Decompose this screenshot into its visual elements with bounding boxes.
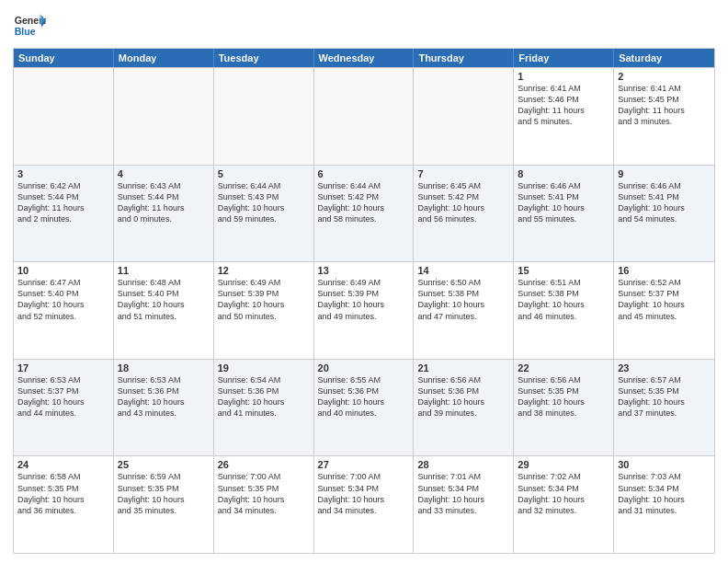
day-cell-1: 1Sunrise: 6:41 AM Sunset: 5:46 PM Daylig… [514,68,614,165]
day-details: Sunrise: 6:44 AM Sunset: 5:42 PM Dayligh… [318,180,410,225]
day-details: Sunrise: 6:57 AM Sunset: 5:35 PM Dayligh… [618,374,711,419]
day-number: 20 [318,362,410,373]
day-details: Sunrise: 6:42 AM Sunset: 5:44 PM Dayligh… [17,180,109,225]
day-cell-26: 26Sunrise: 7:00 AM Sunset: 5:35 PM Dayli… [214,456,314,553]
day-number: 14 [417,265,509,276]
calendar-row-1: 3Sunrise: 6:42 AM Sunset: 5:44 PM Daylig… [14,165,714,262]
day-number: 28 [417,459,509,470]
calendar-row-2: 10Sunrise: 6:47 AM Sunset: 5:40 PM Dayli… [14,261,714,359]
day-number: 17 [17,362,109,373]
day-cell-13: 13Sunrise: 6:49 AM Sunset: 5:39 PM Dayli… [314,262,415,359]
day-number: 5 [218,168,310,179]
day-number: 29 [518,459,609,470]
day-details: Sunrise: 6:53 AM Sunset: 5:36 PM Dayligh… [118,374,210,419]
day-cell-23: 23Sunrise: 6:57 AM Sunset: 5:35 PM Dayli… [614,360,714,456]
empty-cell [214,68,314,165]
empty-cell [114,68,214,165]
day-number: 3 [17,168,109,179]
day-number: 9 [618,168,711,179]
day-cell-25: 25Sunrise: 6:59 AM Sunset: 5:35 PM Dayli… [114,456,214,553]
empty-cell [414,68,514,165]
calendar-body: 1Sunrise: 6:41 AM Sunset: 5:46 PM Daylig… [14,67,714,553]
day-number: 10 [17,265,109,276]
day-details: Sunrise: 6:58 AM Sunset: 5:35 PM Dayligh… [17,471,109,516]
day-number: 26 [218,459,310,470]
day-details: Sunrise: 6:44 AM Sunset: 5:43 PM Dayligh… [218,180,310,225]
weekday-header-monday: Monday [114,49,214,67]
day-cell-7: 7Sunrise: 6:45 AM Sunset: 5:42 PM Daylig… [414,166,514,262]
page: General Blue SundayMondayTuesdayWednesda… [0,0,728,563]
day-details: Sunrise: 6:55 AM Sunset: 5:36 PM Dayligh… [318,374,410,419]
day-details: Sunrise: 6:59 AM Sunset: 5:35 PM Dayligh… [118,471,210,516]
day-details: Sunrise: 6:41 AM Sunset: 5:46 PM Dayligh… [518,83,609,128]
svg-text:Blue: Blue [15,26,36,37]
calendar-row-3: 17Sunrise: 6:53 AM Sunset: 5:37 PM Dayli… [14,359,714,456]
day-number: 25 [118,459,210,470]
day-details: Sunrise: 6:52 AM Sunset: 5:37 PM Dayligh… [618,277,711,322]
day-cell-14: 14Sunrise: 6:50 AM Sunset: 5:38 PM Dayli… [414,262,514,359]
empty-cell [14,68,114,165]
day-details: Sunrise: 6:46 AM Sunset: 5:41 PM Dayligh… [618,180,711,225]
day-details: Sunrise: 6:47 AM Sunset: 5:40 PM Dayligh… [17,277,109,322]
weekday-header-thursday: Thursday [414,49,514,67]
day-cell-24: 24Sunrise: 6:58 AM Sunset: 5:35 PM Dayli… [14,456,114,553]
weekday-header-tuesday: Tuesday [214,49,314,67]
day-details: Sunrise: 6:56 AM Sunset: 5:35 PM Dayligh… [518,374,609,419]
day-cell-11: 11Sunrise: 6:48 AM Sunset: 5:40 PM Dayli… [114,262,214,359]
day-cell-18: 18Sunrise: 6:53 AM Sunset: 5:36 PM Dayli… [114,360,214,456]
day-details: Sunrise: 6:48 AM Sunset: 5:40 PM Dayligh… [118,277,210,322]
day-details: Sunrise: 6:45 AM Sunset: 5:42 PM Dayligh… [417,180,509,225]
day-number: 16 [618,265,711,276]
day-cell-8: 8Sunrise: 6:46 AM Sunset: 5:41 PM Daylig… [514,166,614,262]
day-details: Sunrise: 7:00 AM Sunset: 5:35 PM Dayligh… [218,471,310,516]
day-cell-16: 16Sunrise: 6:52 AM Sunset: 5:37 PM Dayli… [614,262,714,359]
day-cell-10: 10Sunrise: 6:47 AM Sunset: 5:40 PM Dayli… [14,262,114,359]
day-cell-21: 21Sunrise: 6:56 AM Sunset: 5:36 PM Dayli… [414,360,514,456]
day-cell-28: 28Sunrise: 7:01 AM Sunset: 5:34 PM Dayli… [414,456,514,553]
day-details: Sunrise: 7:02 AM Sunset: 5:34 PM Dayligh… [518,471,609,516]
day-number: 4 [118,168,210,179]
day-cell-27: 27Sunrise: 7:00 AM Sunset: 5:34 PM Dayli… [314,456,415,553]
calendar-row-0: 1Sunrise: 6:41 AM Sunset: 5:46 PM Daylig… [14,67,714,165]
day-details: Sunrise: 6:46 AM Sunset: 5:41 PM Dayligh… [518,180,609,225]
day-cell-9: 9Sunrise: 6:46 AM Sunset: 5:41 PM Daylig… [614,166,714,262]
day-number: 15 [518,265,609,276]
day-details: Sunrise: 6:49 AM Sunset: 5:39 PM Dayligh… [318,277,410,322]
day-cell-20: 20Sunrise: 6:55 AM Sunset: 5:36 PM Dayli… [314,360,415,456]
day-cell-3: 3Sunrise: 6:42 AM Sunset: 5:44 PM Daylig… [14,166,114,262]
day-details: Sunrise: 6:51 AM Sunset: 5:38 PM Dayligh… [518,277,609,322]
calendar-header: SundayMondayTuesdayWednesdayThursdayFrid… [14,49,714,67]
weekday-header-sunday: Sunday [14,49,114,67]
day-number: 21 [417,362,509,373]
day-number: 23 [618,362,711,373]
day-details: Sunrise: 7:03 AM Sunset: 5:34 PM Dayligh… [618,471,711,516]
logo-icon: General Blue [13,9,46,42]
day-number: 8 [518,168,609,179]
header: General Blue [13,9,715,42]
day-cell-19: 19Sunrise: 6:54 AM Sunset: 5:36 PM Dayli… [214,360,314,456]
day-number: 1 [518,71,609,82]
day-number: 22 [518,362,609,373]
day-number: 19 [218,362,310,373]
day-cell-5: 5Sunrise: 6:44 AM Sunset: 5:43 PM Daylig… [214,166,314,262]
day-cell-22: 22Sunrise: 6:56 AM Sunset: 5:35 PM Dayli… [514,360,614,456]
day-cell-30: 30Sunrise: 7:03 AM Sunset: 5:34 PM Dayli… [614,456,714,553]
day-cell-6: 6Sunrise: 6:44 AM Sunset: 5:42 PM Daylig… [314,166,415,262]
calendar: SundayMondayTuesdayWednesdayThursdayFrid… [13,48,715,554]
day-cell-12: 12Sunrise: 6:49 AM Sunset: 5:39 PM Dayli… [214,262,314,359]
day-details: Sunrise: 7:01 AM Sunset: 5:34 PM Dayligh… [417,471,509,516]
day-details: Sunrise: 7:00 AM Sunset: 5:34 PM Dayligh… [318,471,410,516]
day-details: Sunrise: 6:50 AM Sunset: 5:38 PM Dayligh… [417,277,509,322]
day-number: 24 [17,459,109,470]
day-cell-4: 4Sunrise: 6:43 AM Sunset: 5:44 PM Daylig… [114,166,214,262]
day-details: Sunrise: 6:54 AM Sunset: 5:36 PM Dayligh… [218,374,310,419]
day-number: 18 [118,362,210,373]
calendar-row-4: 24Sunrise: 6:58 AM Sunset: 5:35 PM Dayli… [14,455,714,553]
day-number: 13 [318,265,410,276]
empty-cell [314,68,415,165]
weekday-header-saturday: Saturday [614,49,714,67]
day-details: Sunrise: 6:49 AM Sunset: 5:39 PM Dayligh… [218,277,310,322]
weekday-header-friday: Friday [514,49,614,67]
day-number: 12 [218,265,310,276]
day-cell-17: 17Sunrise: 6:53 AM Sunset: 5:37 PM Dayli… [14,360,114,456]
